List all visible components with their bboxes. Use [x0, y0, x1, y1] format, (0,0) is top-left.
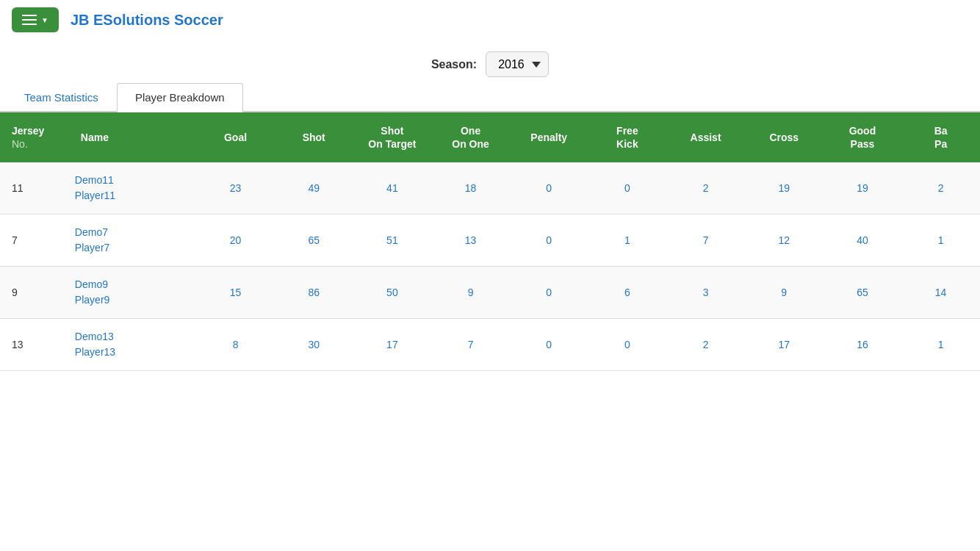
cell-jersey: 13	[0, 319, 69, 371]
cell-cross: 12	[745, 215, 824, 267]
cell-good-pass: 19	[824, 162, 902, 215]
cell-name: Demo7Player7	[69, 215, 196, 267]
cell-good-pass: 16	[824, 319, 902, 371]
cell-free-kick: 0	[588, 319, 667, 371]
season-label: Season:	[431, 58, 477, 71]
cell-one-on-one: 13	[431, 215, 510, 267]
season-select[interactable]: 2016 2015 2014 2017	[486, 51, 549, 77]
cell-one-on-one: 7	[431, 319, 510, 371]
cell-name: Demo13Player13	[69, 319, 196, 371]
cell-shot-on-target: 51	[353, 215, 432, 267]
cell-goal: 15	[196, 267, 275, 319]
col-header-one-on-one: One On One	[431, 112, 510, 162]
table-row: 7 Demo7Player7 20 65 51 13 0 1 7 12 40 1	[0, 215, 980, 267]
cell-shot-on-target: 17	[353, 319, 432, 371]
cell-bad-pass: 14	[901, 267, 980, 319]
cell-shot-on-target: 41	[353, 162, 432, 215]
tab-player-breakdown[interactable]: Player Breakdown	[117, 83, 243, 112]
hamburger-icon	[22, 15, 37, 25]
cell-goal: 8	[196, 319, 275, 371]
cell-shot-on-target: 50	[353, 267, 432, 319]
cell-free-kick: 1	[588, 215, 667, 267]
cell-penalty: 0	[510, 267, 588, 319]
table-row: 9 Demo9Player9 15 86 50 9 0 6 3 9 65 14	[0, 267, 980, 319]
col-header-shot: Shot	[275, 112, 353, 162]
col-header-assist: Assist	[666, 112, 745, 162]
col-header-jersey: Jersey No.	[0, 112, 69, 162]
col-header-goal: Goal	[196, 112, 275, 162]
cell-free-kick: 0	[588, 162, 667, 215]
cell-jersey: 9	[0, 267, 69, 319]
cell-penalty: 0	[510, 162, 588, 215]
table-header-row: Jersey No. Name Goal Shot Shot On Target	[0, 112, 980, 162]
tabs-container: Team Statistics Player Breakdown	[0, 83, 980, 112]
col-header-bad-pass: Ba Pa	[901, 112, 980, 162]
cell-jersey: 11	[0, 162, 69, 215]
cell-goal: 20	[196, 215, 275, 267]
col-header-name: Name	[69, 112, 196, 162]
cell-goal: 23	[196, 162, 275, 215]
cell-bad-pass: 2	[901, 162, 980, 215]
cell-assist: 2	[666, 162, 745, 215]
col-header-cross: Cross	[745, 112, 824, 162]
col-header-shot-on-target: Shot On Target	[353, 112, 432, 162]
season-row: Season: 2016 2015 2014 2017	[0, 40, 980, 83]
app-title: JB ESolutions Soccer	[71, 12, 223, 29]
stats-table: Jersey No. Name Goal Shot Shot On Target	[0, 112, 980, 371]
col-header-penalty: Penalty	[510, 112, 588, 162]
cell-good-pass: 40	[824, 215, 902, 267]
cell-assist: 3	[666, 267, 745, 319]
cell-one-on-one: 9	[431, 267, 510, 319]
cell-bad-pass: 1	[901, 319, 980, 371]
col-header-free-kick: Free Kick	[588, 112, 667, 162]
stats-table-wrapper: Jersey No. Name Goal Shot Shot On Target	[0, 112, 980, 371]
cell-shot: 86	[275, 267, 353, 319]
cell-jersey: 7	[0, 215, 69, 267]
tab-team-statistics[interactable]: Team Statistics	[6, 83, 117, 111]
cell-name: Demo11Player11	[69, 162, 196, 215]
cell-penalty: 0	[510, 319, 588, 371]
cell-shot: 65	[275, 215, 353, 267]
cell-assist: 2	[666, 319, 745, 371]
cell-bad-pass: 1	[901, 215, 980, 267]
cell-name: Demo9Player9	[69, 267, 196, 319]
table-row: 13 Demo13Player13 8 30 17 7 0 0 2 17 16 …	[0, 319, 980, 371]
cell-shot: 49	[275, 162, 353, 215]
col-header-good-pass: Good Pass	[824, 112, 902, 162]
cell-cross: 9	[745, 267, 824, 319]
cell-cross: 19	[745, 162, 824, 215]
cell-one-on-one: 18	[431, 162, 510, 215]
header: ▼ JB ESolutions Soccer	[0, 0, 980, 40]
dropdown-arrow-icon: ▼	[41, 16, 48, 24]
table-row: 11 Demo11Player11 23 49 41 18 0 0 2 19 1…	[0, 162, 980, 215]
cell-free-kick: 6	[588, 267, 667, 319]
cell-cross: 17	[745, 319, 824, 371]
cell-shot: 30	[275, 319, 353, 371]
cell-penalty: 0	[510, 215, 588, 267]
cell-good-pass: 65	[824, 267, 902, 319]
cell-assist: 7	[666, 215, 745, 267]
menu-button[interactable]: ▼	[12, 7, 59, 32]
